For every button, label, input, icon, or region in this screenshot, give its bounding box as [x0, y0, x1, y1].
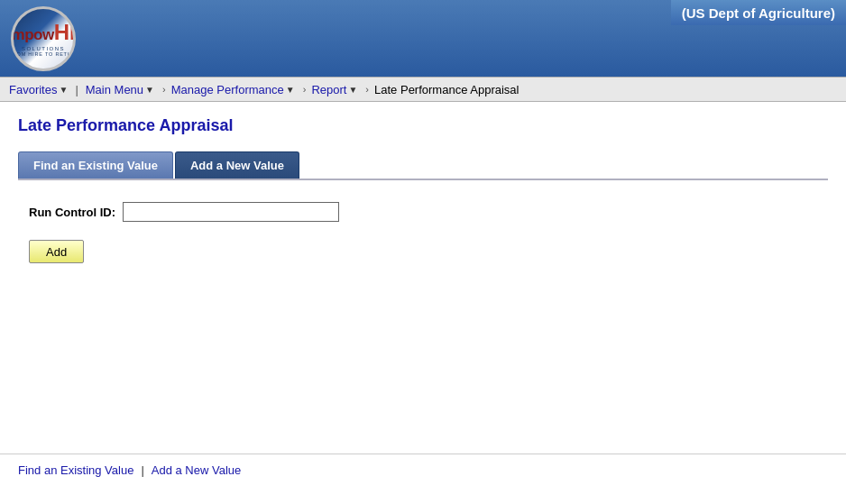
footer-find-link[interactable]: Find an Existing Value — [18, 463, 133, 477]
nav-report[interactable]: Report ▼ — [306, 79, 363, 100]
logo-circle: Empow HR SOLUTIONS FROM HIRE TO RETIRE — [11, 6, 76, 71]
nav-chevron-2: › — [300, 84, 307, 95]
nav-manage-performance[interactable]: Manage Performance ▼ — [166, 79, 300, 100]
tabs-row: Find an Existing Value Add a New Value — [18, 151, 828, 180]
nav-chevron-3: › — [363, 84, 369, 95]
manage-performance-dropdown-icon: ▼ — [286, 85, 295, 95]
logo-tagline: FROM HIRE TO RETIRE — [11, 51, 76, 57]
logo-inner: Empow HR SOLUTIONS FROM HIRE TO RETIRE — [11, 20, 76, 57]
form-area: Run Control ID: Add — [18, 180, 828, 274]
nav-main-menu[interactable]: Main Menu ▼ — [80, 79, 160, 100]
logo-hr: HR — [54, 20, 76, 45]
add-button[interactable]: Add — [29, 240, 84, 263]
nav-favorites[interactable]: Favorites ▼ — [4, 79, 73, 100]
run-control-row: Run Control ID: — [29, 202, 817, 222]
header-banner: (US Dept of Agriculture) Empow HR SOLUTI… — [0, 0, 846, 77]
nav-sep-1: | — [73, 83, 79, 96]
logo-row1: Empow HR — [11, 20, 76, 45]
run-control-label: Run Control ID: — [29, 206, 115, 219]
footer-add-link[interactable]: Add a New Value — [152, 463, 242, 477]
tab-add-new[interactable]: Add a New Value — [175, 151, 299, 179]
tab-find-existing[interactable]: Find an Existing Value — [18, 151, 173, 179]
report-dropdown-icon: ▼ — [348, 85, 357, 95]
nav-bar: Favorites ▼ | Main Menu ▼ › Manage Perfo… — [0, 77, 846, 102]
page-title: Late Performance Appraisal — [18, 116, 828, 135]
footer-links: Find an Existing Value | Add a New Value — [0, 454, 846, 486]
logo-empow: Empow — [11, 26, 54, 44]
main-menu-dropdown-icon: ▼ — [145, 85, 154, 95]
main-content: Late Performance Appraisal Find an Exist… — [0, 102, 846, 289]
nav-chevron-1: › — [160, 84, 166, 95]
org-name: (US Dept of Agriculture) — [671, 0, 846, 25]
footer-separator: | — [141, 463, 143, 477]
nav-current-page: Late Performance Appraisal — [369, 79, 524, 100]
favorites-dropdown-icon: ▼ — [59, 85, 68, 95]
logo-area: Empow HR SOLUTIONS FROM HIRE TO RETIRE — [0, 0, 87, 78]
run-control-input[interactable] — [123, 202, 339, 222]
page-wrapper: (US Dept of Agriculture) Empow HR SOLUTI… — [0, 0, 846, 504]
